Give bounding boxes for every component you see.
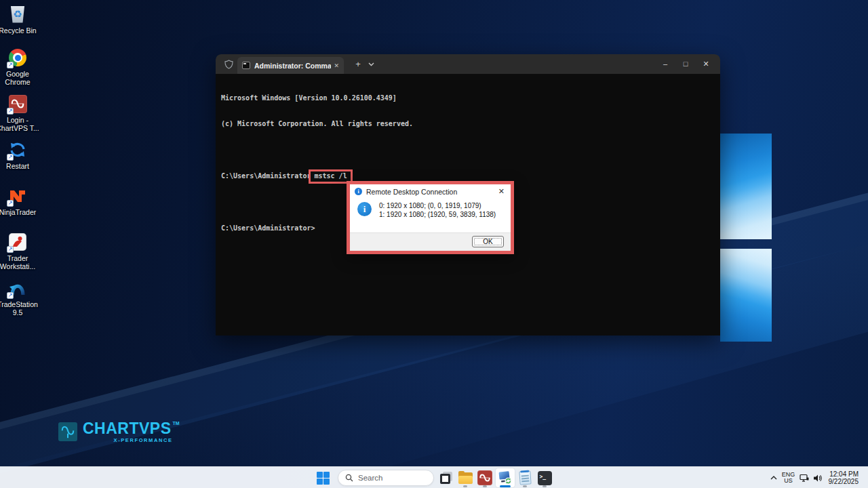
desktop-icon-recycle-bin[interactable]: ♻ Recycle Bin — [0, 4, 39, 35]
sine-wave-icon — [60, 424, 75, 440]
desktop-icon-google-chrome[interactable]: ↗ Google Chrome — [0, 47, 39, 86]
folder-icon — [458, 472, 473, 484]
info-icon: i — [357, 202, 372, 216]
desktop-icon-ninjatrader[interactable]: ↗ NinjaTrader — [0, 186, 39, 216]
remote-desktop-dialog: i Remote Desktop Connection ✕ i 0: 1920 … — [350, 184, 511, 251]
desktop-icon-label: Recycle Bin — [0, 26, 39, 35]
chartvps-logo-icon — [58, 422, 77, 441]
notepad-button[interactable] — [517, 470, 533, 486]
windows-logo-icon — [317, 472, 330, 485]
desktop-icon-login-chartvps[interactable]: ↗ Login - ChartVPS T... — [0, 94, 39, 132]
desktop-icon-label: TradeStation 9.5 — [0, 300, 39, 317]
taskbar: >_ ENG US 12:04 — [0, 466, 868, 488]
terminal-line: Microsoft Windows [Version 10.0.26100.43… — [221, 94, 720, 103]
desktop-icon-label: Login - ChartVPS T... — [0, 116, 39, 132]
system-tray: ENG US 12:04 PM 9/22/2025 — [768, 467, 868, 488]
language-line: US — [780, 478, 797, 485]
terminal-icon: >_ — [538, 471, 552, 485]
trader-workstation-icon: ↗ — [7, 232, 28, 252]
dialog-close-icon[interactable]: ✕ — [497, 187, 506, 196]
tradestation-icon: ↗ — [7, 278, 28, 298]
terminal-line — [221, 146, 720, 155]
tab-dropdown-chevron-icon[interactable] — [368, 62, 374, 66]
restart-icon: ↗ — [7, 140, 28, 160]
minimize-button[interactable]: – — [655, 54, 675, 74]
wallpaper-windows-logo-pane — [720, 134, 772, 239]
hidden-icons-chevron-icon[interactable] — [768, 476, 780, 480]
brand-tagline: X-PERFORMANCE — [83, 437, 180, 443]
remote-desktop-icon — [498, 470, 513, 485]
dialog-titlebar[interactable]: i Remote Desktop Connection ✕ — [350, 184, 511, 199]
prompt-text: C:\Users\Administrator> — [221, 172, 315, 180]
desktop-icon-restart[interactable]: ↗ Restart — [0, 140, 39, 170]
shortcut-arrow-icon: ↗ — [7, 154, 14, 161]
monitor-info-line: 1: 1920 x 1080; (1920, 59, 3839, 1138) — [379, 210, 496, 219]
shortcut-arrow-icon: ↗ — [7, 108, 14, 115]
ok-button[interactable]: OK — [472, 236, 504, 247]
terminal-line: (c) Microsoft Corporation. All rights re… — [221, 120, 720, 129]
admin-shield-icon — [221, 60, 236, 69]
shortcut-arrow-icon: ↗ — [7, 200, 14, 207]
dialog-title: Remote Desktop Connection — [366, 188, 497, 196]
terminal-titlebar[interactable]: Administrator: Command Pro ✕ + – □ ✕ — [216, 54, 720, 74]
search-icon — [345, 474, 353, 482]
maximize-button[interactable]: □ — [675, 54, 696, 74]
monitor-info-line: 0: 1920 x 1080; (0, 0, 1919, 1079) — [379, 201, 496, 210]
cmd-icon — [242, 62, 250, 69]
remote-desktop-button[interactable] — [497, 470, 513, 486]
new-tab-button[interactable]: + — [352, 59, 364, 69]
terminal-line: C:\Users\Administrator>mstsc /l — [221, 172, 720, 181]
desktop-icon-label: Google Chrome — [0, 70, 39, 86]
recycle-bin-icon: ♻ — [7, 4, 28, 24]
tray-time: 12:04 PM — [829, 470, 859, 479]
info-icon: i — [355, 188, 362, 195]
chartvps-icon — [477, 470, 492, 485]
start-button[interactable] — [315, 470, 331, 486]
running-indicator — [542, 485, 547, 487]
running-indicator — [523, 485, 527, 487]
file-explorer-button[interactable] — [457, 470, 473, 486]
dialog-body: i 0: 1920 x 1080; (0, 0, 1919, 1079) 1: … — [350, 199, 511, 232]
task-view-icon — [439, 471, 453, 485]
shortcut-arrow-icon: ↗ — [7, 246, 14, 253]
dialog-footer: OK — [350, 232, 511, 251]
shortcut-arrow-icon: ↗ — [7, 62, 14, 68]
chartvps-login-icon: ↗ — [7, 94, 28, 114]
recycle-glyph-icon: ♻ — [13, 8, 22, 20]
taskbar-search[interactable] — [338, 470, 434, 486]
terminal-tab-cmd[interactable]: Administrator: Command Pro ✕ — [237, 57, 344, 74]
desktop-icon-tradestation[interactable]: ↗ TradeStation 9.5 — [0, 278, 39, 317]
running-indicator — [463, 485, 467, 487]
tab-title: Administrator: Command Pro — [254, 62, 331, 70]
brand-name: CHARTVPS — [83, 420, 172, 436]
chartvps-watermark: CHARTVPS TM X-PERFORMANCE — [58, 420, 180, 443]
prompt-text: C:\Users\Administrator> — [221, 224, 315, 232]
tab-close-icon[interactable]: ✕ — [334, 62, 339, 69]
network-icon[interactable] — [797, 474, 811, 483]
chartvps-app-button[interactable] — [477, 470, 493, 486]
desktop-icon-label: NinjaTrader — [0, 208, 39, 216]
tray-date: 9/22/2025 — [829, 478, 859, 486]
terminal-app-button[interactable]: >_ — [536, 470, 553, 486]
dialog-annotation-highlight: i Remote Desktop Connection ✕ i 0: 1920 … — [347, 181, 514, 254]
volume-icon[interactable] — [811, 474, 825, 483]
language-indicator[interactable]: ENG US — [780, 472, 797, 485]
shortcut-arrow-icon: ↗ — [7, 292, 14, 299]
clock[interactable]: 12:04 PM 9/22/2025 — [829, 470, 859, 486]
wallpaper-windows-logo-pane — [720, 249, 772, 342]
desktop-icon-label: Restart — [0, 162, 39, 170]
desktop-icon-trader-workstation[interactable]: ↗ Trader Workstati... — [0, 232, 39, 270]
ninjatrader-icon: ↗ — [7, 186, 28, 206]
chrome-icon: ↗ — [7, 47, 28, 68]
task-view-button[interactable] — [438, 470, 454, 486]
search-input[interactable] — [358, 474, 426, 482]
trademark-symbol: TM — [173, 421, 180, 426]
desktop-icon-label: Trader Workstati... — [0, 254, 39, 270]
rdp-running-indicator — [500, 485, 511, 487]
notepad-icon — [519, 470, 531, 485]
close-button[interactable]: ✕ — [696, 54, 716, 74]
running-indicator — [483, 485, 487, 487]
